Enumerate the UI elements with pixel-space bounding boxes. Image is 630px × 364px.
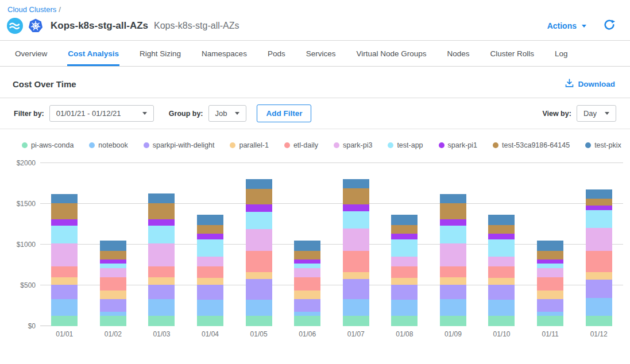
bar-segment-test-pkix[interactable] [51,194,78,203]
download-button[interactable]: Download [565,78,616,90]
bar-segment-etl-daily[interactable] [343,251,369,272]
bar-segment-etl-daily[interactable] [586,251,612,272]
bar-segment-test-pkix[interactable] [391,215,418,225]
bar-segment-test-app[interactable] [440,226,466,243]
bar-segment-test-53ca9186-64145[interactable] [488,225,515,234]
bar-segment-test-pkix[interactable] [488,215,515,225]
bar-segment-pi-aws-conda[interactable] [100,316,126,326]
tab-namespaces[interactable]: Namespaces [201,41,248,66]
bar-segment-pi-aws-conda[interactable] [440,316,466,326]
bar-segment-pi-aws-conda[interactable] [391,316,418,326]
bar-segment-test-app[interactable] [246,212,272,230]
bar-segment-pi-aws-conda[interactable] [537,316,563,326]
legend-item-parallel-1[interactable]: parallel-1 [230,141,268,149]
bar-segment-spark-pi3[interactable] [537,268,563,277]
legend-item-etl-daily[interactable]: etl-daily [284,141,318,149]
bar-segment-pi-aws-conda[interactable] [488,316,515,326]
legend-item-sparkpi-with-delight[interactable]: sparkpi-with-delight [144,141,215,149]
bar-segment-parallel-1[interactable] [294,291,320,300]
bar-segment-test-app[interactable] [391,239,418,257]
bar-segment-parallel-1[interactable] [537,291,563,300]
bar-segment-etl-daily[interactable] [391,266,418,278]
bar-segment-test-app[interactable] [100,264,126,268]
bar-segment-etl-daily[interactable] [537,277,563,291]
bar-segment-test-app[interactable] [51,226,78,243]
bar-segment-spark-pi1[interactable] [391,234,418,239]
bar-segment-spark-pi1[interactable] [148,219,175,226]
add-filter-button[interactable]: Add Filter [257,104,311,122]
bar-segment-notebook[interactable] [586,298,612,316]
bar-segment-test-pkix[interactable] [343,179,369,188]
bar-segment-spark-pi3[interactable] [391,257,418,266]
bar-segment-pi-aws-conda[interactable] [246,316,272,326]
bar-segment-spark-pi1[interactable] [246,204,272,211]
bar-segment-parallel-1[interactable] [343,272,369,279]
bar-segment-pi-aws-conda[interactable] [343,316,369,326]
legend-item-test-53ca9186-64145[interactable]: test-53ca9186-64145 [493,141,570,149]
bar-01/03[interactable] [148,193,175,326]
bar-segment-sparkpi-with-delight[interactable] [294,299,320,312]
bar-01/12[interactable] [586,189,612,326]
bar-segment-parallel-1[interactable] [586,272,612,280]
bar-segment-sparkpi-with-delight[interactable] [488,285,515,300]
bar-segment-spark-pi1[interactable] [488,234,515,239]
bar-segment-parallel-1[interactable] [197,278,223,285]
tab-virtual-node-groups[interactable]: Virtual Node Groups [355,41,427,66]
bar-segment-test-pkix[interactable] [246,179,272,188]
bar-segment-test-app[interactable] [488,239,515,257]
bar-segment-pi-aws-conda[interactable] [51,316,78,326]
bar-segment-etl-daily[interactable] [51,266,78,277]
legend-item-spark-pi1[interactable]: spark-pi1 [439,141,477,149]
bar-segment-parallel-1[interactable] [391,278,418,285]
bar-segment-spark-pi3[interactable] [294,268,320,277]
bar-segment-test-53ca9186-64145[interactable] [586,199,612,206]
date-range-select[interactable]: 01/01/21 - 01/12/21 [49,105,154,122]
bar-segment-spark-pi1[interactable] [343,204,369,211]
bar-segment-spark-pi3[interactable] [246,229,272,251]
legend-item-test-app[interactable]: test-app [388,141,423,149]
tab-right-sizing[interactable]: Right Sizing [139,41,181,66]
bar-segment-parallel-1[interactable] [148,277,175,285]
bar-segment-notebook[interactable] [51,299,78,316]
bar-segment-spark-pi1[interactable] [294,260,320,264]
bar-segment-notebook[interactable] [148,299,175,316]
bar-segment-sparkpi-with-delight[interactable] [246,279,272,300]
tab-services[interactable]: Services [306,41,337,66]
bar-segment-sparkpi-with-delight[interactable] [100,299,126,312]
bar-segment-sparkpi-with-delight[interactable] [148,285,175,300]
bar-segment-spark-pi1[interactable] [586,206,612,210]
bar-segment-test-53ca9186-64145[interactable] [100,251,126,260]
bar-segment-spark-pi3[interactable] [440,243,466,266]
bar-segment-test-pkix[interactable] [586,189,612,199]
bar-segment-etl-daily[interactable] [148,266,175,277]
bar-segment-spark-pi1[interactable] [537,260,563,264]
group-by-select[interactable]: Job [208,105,247,122]
actions-button[interactable]: Actions [547,21,586,30]
bar-segment-test-app[interactable] [148,226,175,243]
tab-log[interactable]: Log [554,41,569,66]
bar-segment-test-app[interactable] [343,211,369,229]
bar-segment-test-pkix[interactable] [294,241,320,251]
legend-item-notebook[interactable]: notebook [89,141,127,149]
bar-segment-test-app[interactable] [197,239,223,257]
bar-segment-etl-daily[interactable] [246,251,272,272]
bar-segment-sparkpi-with-delight[interactable] [197,285,223,300]
bar-segment-test-app[interactable] [294,264,320,268]
bar-segment-sparkpi-with-delight[interactable] [440,285,466,300]
bar-segment-pi-aws-conda[interactable] [294,316,320,326]
bar-segment-test-pkix[interactable] [440,194,466,203]
tab-cost-analysis[interactable]: Cost Analysis [67,41,119,66]
bar-segment-spark-pi3[interactable] [343,229,369,250]
bar-segment-test-53ca9186-64145[interactable] [537,251,563,260]
bar-segment-parallel-1[interactable] [51,277,78,285]
bar-segment-test-pkix[interactable] [197,215,223,225]
bar-segment-pi-aws-conda[interactable] [148,316,175,326]
bar-segment-spark-pi3[interactable] [586,228,612,251]
bar-segment-etl-daily[interactable] [294,277,320,291]
bar-segment-test-53ca9186-64145[interactable] [197,225,223,234]
bar-01/10[interactable] [488,215,515,326]
tab-nodes[interactable]: Nodes [447,41,470,66]
bar-segment-test-pkix[interactable] [148,193,175,203]
bar-segment-parallel-1[interactable] [488,278,515,285]
bar-01/04[interactable] [197,215,223,326]
